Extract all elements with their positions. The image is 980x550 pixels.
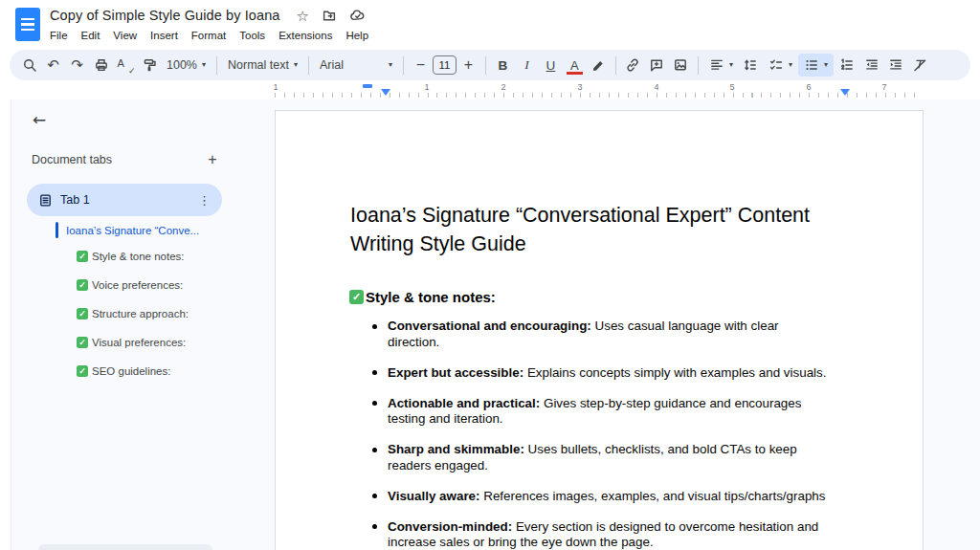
toolbar-separator [403, 56, 404, 75]
outline-item[interactable]: ✓ Visual preferences: [77, 337, 186, 348]
tab-item-tab1[interactable]: Tab 1 ⋮ [27, 184, 222, 216]
insert-link-icon[interactable] [621, 53, 645, 77]
tab-document-icon [38, 193, 53, 208]
bulleted-list-select[interactable]: ▾ [798, 54, 834, 77]
underline-button[interactable]: U [539, 53, 563, 77]
menu-extensions[interactable]: Extensions [272, 28, 339, 43]
numbered-list-select[interactable] [834, 53, 860, 77]
outline-item[interactable]: ✓ Style & tone notes: [77, 251, 185, 262]
highlight-color-icon[interactable] [587, 53, 611, 77]
toolbar-separator [216, 56, 217, 75]
checkbox-emoji: ✓ [77, 337, 88, 348]
clear-formatting-icon[interactable] [908, 53, 932, 77]
toolbar-separator [698, 56, 699, 75]
checklist-select[interactable]: ▾ [763, 53, 798, 77]
menubar: File Edit View Insert Format Tools Exten… [43, 28, 375, 43]
checkbox-emoji: ✓ [77, 308, 88, 319]
outline-item[interactable]: ✓ Voice preferences: [77, 279, 183, 291]
doc-heading-title[interactable]: Ioana’s Signature “Conversational Expert… [350, 202, 844, 258]
italic-button[interactable]: I [515, 53, 539, 77]
first-line-indent-marker[interactable] [363, 84, 372, 88]
style-notes-list: Conversational and encouraging: Uses cas… [369, 319, 833, 550]
menu-file[interactable]: File [43, 28, 75, 43]
document-page[interactable]: Ioana’s Signature “Conversational Expert… [275, 110, 924, 550]
decrease-indent-icon[interactable] [860, 53, 884, 77]
increase-font-size-button[interactable]: + [457, 53, 480, 77]
active-indicator-bar [56, 222, 58, 238]
outline-item-active[interactable]: Ioana’s Signature “Conve... [56, 222, 199, 238]
menu-tools[interactable]: Tools [233, 28, 272, 43]
left-indent-marker[interactable] [381, 89, 390, 96]
list-item[interactable]: Expert but accessible: Explains concepts… [369, 365, 833, 382]
ruler: 1 1 2 3 4 5 6 7 [0, 81, 980, 99]
search-menus-icon[interactable] [17, 53, 41, 77]
zoom-select[interactable]: 100%▾ [161, 53, 212, 77]
line-spacing-icon[interactable] [739, 53, 763, 77]
document-tabs-sidebar: ← Document tabs + Tab 1 ⋮ Ioana’s Signat… [11, 99, 253, 550]
paragraph-style-select[interactable]: Normal text▾ [222, 53, 303, 77]
bold-button[interactable]: B [491, 53, 515, 77]
list-item[interactable]: Actionable and practical: Gives step-by-… [369, 396, 833, 428]
checkbox-emoji: ✓ [77, 365, 88, 377]
menu-help[interactable]: Help [339, 28, 375, 43]
bottom-panel-edge [38, 544, 212, 550]
undo-icon[interactable]: ↶ [41, 53, 65, 77]
toolbar: ↶ ↷ A✓ 100%▾ Normal text▾ Arial▾ − 11 + … [10, 50, 970, 80]
checkbox-emoji: ✓ [77, 279, 88, 291]
move-to-folder-icon[interactable] [322, 8, 337, 23]
collapse-sidebar-icon[interactable]: ← [27, 107, 52, 132]
left-edge-rail [0, 99, 11, 550]
document-tabs-label: Document tabs [32, 153, 112, 166]
right-indent-marker[interactable] [840, 89, 850, 96]
outline-item[interactable]: ✓ Structure approach: [77, 308, 189, 319]
paint-format-icon[interactable] [137, 53, 161, 77]
add-tab-button[interactable]: + [202, 149, 223, 170]
google-docs-logo-icon[interactable] [15, 8, 40, 41]
list-item[interactable]: Conversion-minded: Every section is desi… [369, 519, 833, 550]
menu-view[interactable]: View [106, 28, 144, 43]
tab-options-icon[interactable]: ⋮ [198, 193, 211, 208]
spelling-check-icon[interactable]: A✓ [113, 53, 137, 77]
menu-format[interactable]: Format [185, 28, 233, 43]
increase-indent-icon[interactable] [884, 53, 908, 77]
main-area: ← Document tabs + Tab 1 ⋮ Ioana’s Signat… [0, 99, 980, 550]
menu-edit[interactable]: Edit [75, 28, 107, 43]
add-comment-icon[interactable] [645, 53, 669, 77]
list-item[interactable]: Sharp and skimmable: Uses bullets, check… [369, 442, 833, 473]
redo-icon[interactable]: ↷ [65, 53, 89, 77]
checkbox-emoji: ✓ [77, 251, 88, 262]
doc-section-heading[interactable]: ✓ Style & tone notes: [349, 289, 496, 305]
title-block: Copy of Simple Style Guide by Ioana ☆ Fi… [50, 5, 375, 43]
font-select[interactable]: Arial▾ [314, 53, 398, 77]
checkbox-emoji: ✓ [349, 290, 364, 304]
menu-insert[interactable]: Insert [144, 28, 185, 43]
list-item[interactable]: Conversational and encouraging: Uses cas… [369, 319, 833, 350]
outline-item[interactable]: ✓ SEO guidelines: [77, 365, 170, 377]
toolbar-separator [615, 56, 616, 75]
star-icon[interactable]: ☆ [296, 9, 308, 23]
list-item[interactable]: Visually aware: References images, examp… [369, 489, 833, 505]
toolbar-separator [308, 56, 309, 75]
ruler-ticks [275, 93, 923, 98]
toolbar-separator [485, 56, 486, 75]
document-title[interactable]: Copy of Simple Style Guide by Ioana [50, 8, 279, 23]
print-icon[interactable] [89, 53, 113, 77]
tab-label: Tab 1 [60, 193, 198, 207]
decrease-font-size-button[interactable]: − [409, 53, 433, 77]
align-select[interactable]: ▾ [703, 53, 739, 77]
insert-image-icon[interactable] [669, 53, 693, 77]
app-chrome: Copy of Simple Style Guide by Ioana ☆ Fi… [0, 0, 980, 99]
font-size-input[interactable]: 11 [433, 55, 457, 75]
text-color-button[interactable]: A [563, 53, 587, 77]
cloud-saved-icon[interactable] [349, 8, 366, 23]
